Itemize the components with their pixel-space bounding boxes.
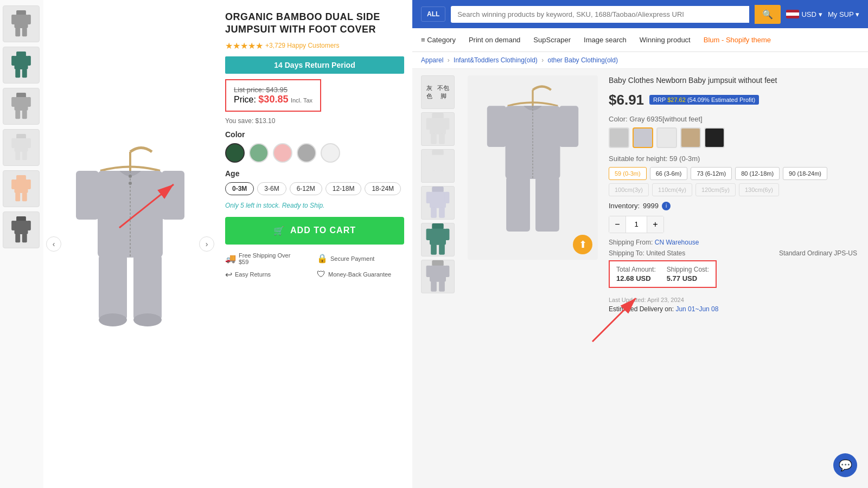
svg-rect-35 (22, 234, 27, 242)
color-white[interactable] (321, 143, 340, 163)
age-btn-12-18m[interactable]: 12-18M (326, 182, 362, 195)
sale-price-value: $30.85 (258, 94, 288, 105)
lock-icon: 🔒 (317, 253, 328, 264)
breadcrumb: Apparel › Infant&Toddlers Clothing(old) … (412, 52, 868, 69)
svg-rect-3 (27, 15, 31, 24)
color-dark-green[interactable] (225, 143, 245, 163)
svg-rect-24 (16, 175, 26, 180)
detail-color-black[interactable] (704, 127, 725, 148)
delivery-label: Estimated Delivery on: (609, 305, 674, 313)
nav-image-search[interactable]: Image search (584, 34, 627, 46)
color-light-green[interactable] (249, 143, 269, 163)
svg-rect-15 (27, 97, 31, 107)
guarantee-badge: 🛡 Money-Back Guarantee (317, 269, 404, 280)
my-sup-button[interactable]: My SUP ▾ (828, 10, 859, 18)
payment-badge-label: Secure Payment (330, 255, 374, 262)
detail-thumb-3[interactable] (421, 149, 455, 183)
detail-color-gray2[interactable] (633, 127, 653, 148)
breadcrumb-apparel[interactable]: Apparel (421, 56, 443, 64)
detail-thumb-2[interactable] (421, 112, 455, 146)
size-66[interactable]: 66 (3-6m) (650, 167, 688, 180)
svg-rect-34 (15, 234, 20, 242)
svg-rect-30 (16, 216, 26, 221)
price-box: List price: $43.95 Price: $30.85 Incl. T… (225, 79, 321, 112)
left-panel: ‹ (0, 0, 412, 488)
svg-rect-31 (15, 221, 28, 234)
svg-rect-69 (445, 229, 450, 240)
color-gray[interactable] (297, 143, 316, 163)
thumb-5[interactable] (3, 170, 40, 207)
detail-thumb-5[interactable] (421, 223, 455, 256)
svg-rect-50 (426, 118, 431, 130)
svg-rect-22 (15, 151, 20, 160)
svg-rect-80 (487, 106, 506, 147)
delivery-date[interactable]: Jun 01~Jun 08 (675, 305, 718, 313)
svg-rect-63 (445, 192, 450, 203)
svg-rect-32 (11, 221, 15, 230)
color-pink[interactable] (273, 143, 292, 163)
age-btn-0-3m[interactable]: 0-3M (225, 182, 254, 195)
detail-thumb-6[interactable] (421, 260, 455, 293)
detail-color-beige[interactable] (680, 127, 701, 148)
nav-print-on-demand[interactable]: Print on demand (469, 34, 520, 46)
nav-supscraper[interactable]: SupScraper (533, 34, 571, 46)
quantity-input[interactable] (626, 216, 647, 233)
detail-thumb-4[interactable] (421, 186, 455, 220)
size-80[interactable]: 80 (12-18m) (735, 167, 780, 180)
prev-image-button[interactable]: ‹ (46, 236, 61, 252)
chat-bubble-button[interactable]: 💬 (833, 453, 857, 477)
breadcrumb-infant[interactable]: Infant&Toddlers Clothing(old) (454, 56, 538, 64)
my-sup-chevron: ▾ (856, 10, 859, 18)
thumb-6[interactable] (3, 211, 40, 248)
thumb-2[interactable] (3, 47, 40, 84)
svg-rect-8 (11, 56, 15, 66)
nav-category[interactable]: ≡ Category (421, 34, 456, 46)
currency-button[interactable]: USD ▾ (786, 10, 822, 18)
quantity-row: − + (609, 216, 664, 233)
next-image-button[interactable]: › (199, 236, 214, 252)
svg-rect-1 (15, 15, 28, 28)
search-input[interactable] (451, 6, 749, 23)
svg-rect-5 (22, 28, 27, 36)
top-bar: ALL 🔍 USD ▾ My SUP ▾ (412, 0, 868, 28)
age-btn-18-24m[interactable]: 18-24M (365, 182, 401, 195)
svg-rect-25 (15, 179, 28, 193)
size-73[interactable]: 73 (6-12m) (691, 167, 732, 180)
thumb-4[interactable] (3, 129, 40, 166)
color-swatches-detail (609, 127, 857, 148)
detail-thumb-1[interactable]: 灰色不包脚 (421, 75, 455, 109)
shipping-method: Standard Ordinary JPS-US (779, 249, 857, 257)
detail-color-white[interactable] (656, 127, 677, 148)
size-90[interactable]: 90 (18-24m) (783, 167, 827, 180)
happy-customers: +3,729 Happy Customers (265, 42, 339, 49)
nav-winning-product[interactable]: Winning product (640, 34, 691, 46)
last-updated-value: April 23, 2024 (647, 297, 684, 303)
size-59[interactable]: 59 (0-3m) (609, 167, 647, 180)
payment-badge: 🔒 Secure Payment (317, 252, 404, 265)
svg-rect-82 (506, 177, 530, 232)
qty-decrease-button[interactable]: − (609, 216, 626, 233)
currency-label: USD (801, 10, 816, 18)
thumb-1[interactable] (3, 5, 40, 42)
inventory-info-icon[interactable]: i (662, 202, 671, 210)
age-btn-6-12m[interactable]: 6-12M (290, 182, 322, 195)
search-type-button[interactable]: ALL (421, 7, 445, 22)
shipping-from-value[interactable]: CN Warehouse (655, 239, 699, 246)
shipping-badge-amount: $59 (239, 259, 290, 265)
product-title: ORGANIC BAMBOO DUAL SIDE JUMPSUIT WITH F… (225, 11, 404, 36)
svg-rect-81 (559, 106, 578, 147)
svg-rect-23 (22, 151, 27, 160)
upload-icon[interactable]: ⬆ (573, 235, 592, 254)
shipping-cost-col: Shipping Cost: 5.77 USD (667, 266, 709, 282)
thumb-3[interactable] (3, 88, 40, 125)
qty-increase-button[interactable]: + (647, 216, 663, 233)
age-btn-3-6m[interactable]: 3-6M (257, 182, 286, 195)
detail-color-gray1[interactable] (609, 127, 629, 148)
shipping-badge-label: Free Shipping Over (239, 252, 290, 259)
nav-blum-theme[interactable]: Blum - Shopify theme (704, 34, 771, 46)
shipping-from-label: Shipping From: (609, 239, 653, 246)
breadcrumb-other[interactable]: other Baby Clothing(old) (548, 56, 618, 64)
search-button[interactable]: 🔍 (755, 5, 781, 24)
add-to-cart-button[interactable]: 🛒 ADD TO CART (225, 217, 404, 245)
svg-rect-68 (426, 229, 431, 240)
